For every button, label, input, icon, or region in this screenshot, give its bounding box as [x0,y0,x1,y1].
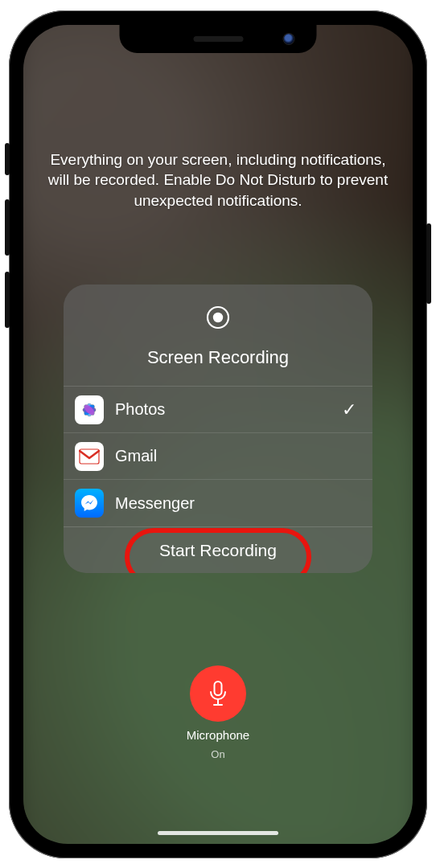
front-camera [284,34,294,44]
app-row-photos[interactable]: Photos ✓ [64,387,372,433]
microphone-status: On [211,748,224,760]
record-icon [206,305,230,333]
app-label: Gmail [115,447,356,465]
app-row-messenger[interactable]: Messenger [64,480,372,526]
svg-rect-10 [80,449,99,464]
messenger-app-icon [75,489,104,518]
gmail-app-icon [75,442,104,471]
app-label: Messenger [115,494,356,513]
mute-switch [5,143,10,175]
svg-rect-11 [214,682,221,695]
power-button [426,223,431,304]
speaker-grille [193,36,243,42]
checkmark-icon: ✓ [342,399,356,420]
app-row-gmail[interactable]: Gmail [64,433,372,480]
screen: Everything on your screen, including not… [23,25,413,844]
recording-disclaimer-text: Everything on your screen, including not… [47,149,389,211]
home-indicator[interactable] [158,831,278,835]
svg-point-1 [213,313,223,322]
photos-app-icon [75,395,104,424]
volume-down-button [5,272,10,328]
card-title: Screen Recording [147,347,289,368]
microphone-label: Microphone [187,728,249,742]
microphone-toggle[interactable]: Microphone On [187,665,249,760]
app-destination-list[interactable]: Photos ✓ Gmail [64,387,372,526]
start-recording-button[interactable]: Start Recording [64,526,372,573]
phone-frame: Everything on your screen, including not… [9,10,427,858]
notch [120,25,317,53]
volume-up-button [5,199,10,256]
start-recording-label: Start Recording [159,541,277,560]
card-header: Screen Recording [64,285,372,387]
microphone-icon [190,665,246,722]
app-label: Photos [115,400,331,419]
screen-recording-card: Screen Recording [64,285,372,573]
